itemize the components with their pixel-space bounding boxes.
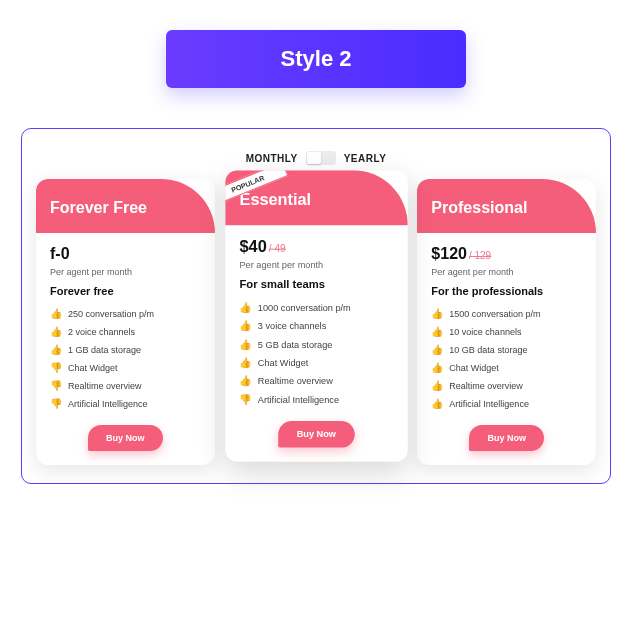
feature-item: 👍Chat Widget [431, 363, 582, 373]
thumb-down-icon: 👎 [50, 381, 62, 391]
feature-text: Chat Widget [258, 358, 309, 368]
feature-text: 3 voice channels [258, 321, 326, 331]
billing-toggle-row: MONTHLY YEARLY [36, 151, 596, 165]
feature-item: 👍2 voice channels [50, 327, 201, 337]
feature-text: 1 GB data storage [68, 345, 141, 355]
thumb-up-icon: 👍 [239, 303, 251, 313]
thumb-up-icon: 👍 [50, 327, 62, 337]
thumb-up-icon: 👍 [431, 309, 443, 319]
plan-card-essential: POPULAR Essential $40/ 49 Per agent per … [225, 170, 407, 462]
buy-row: Buy Now [50, 425, 201, 451]
feature-item: 👍Artificial Intelligence [431, 399, 582, 409]
thumb-down-icon: 👎 [239, 395, 251, 405]
price-value: $40 [239, 237, 266, 254]
feature-text: 10 GB data storage [449, 345, 527, 355]
thumb-down-icon: 👎 [50, 363, 62, 373]
buy-row: Buy Now [431, 425, 582, 451]
thumb-up-icon: 👍 [50, 345, 62, 355]
feature-text: Artificial Intelligence [258, 395, 339, 405]
feature-item: 👎Artificial Intelligence [239, 395, 393, 405]
buy-now-button[interactable]: Buy Now [469, 425, 544, 451]
feature-text: 2 voice channels [68, 327, 135, 337]
plan-price: f-0 [50, 245, 201, 263]
feature-item: 👎Artificial Intelligence [50, 399, 201, 409]
feature-text: Realtime overview [449, 381, 523, 391]
price-old: / 49 [268, 243, 285, 254]
price-value: $120 [431, 245, 467, 262]
price-old: / 129 [469, 250, 491, 261]
feature-item: 👍1 GB data storage [50, 345, 201, 355]
feature-item: 👍5 GB data storage [239, 339, 393, 349]
plan-tagline: For small teams [239, 278, 393, 290]
plan-tagline: For the professionals [431, 285, 582, 297]
plan-price: $40/ 49 [239, 237, 393, 255]
thumb-up-icon: 👍 [431, 381, 443, 391]
plan-body: $40/ 49 Per agent per month For small te… [225, 225, 407, 462]
feature-text: 1500 conversation p/m [449, 309, 540, 319]
buy-now-button[interactable]: Buy Now [278, 421, 354, 448]
feature-text: Artificial Intelligence [449, 399, 529, 409]
feature-text: 5 GB data storage [258, 339, 333, 349]
plan-header: Professional [417, 179, 596, 233]
feature-item: 👍3 voice channels [239, 321, 393, 331]
feature-item: 👍250 conversation p/m [50, 309, 201, 319]
plan-title: Essential [239, 191, 393, 209]
feature-item: 👎Chat Widget [50, 363, 201, 373]
price-sub: Per agent per month [239, 260, 393, 270]
plan-tagline: Forever free [50, 285, 201, 297]
plan-body: f-0 Per agent per month Forever free 👍25… [36, 233, 215, 465]
plan-title: Forever Free [50, 199, 201, 217]
thumb-up-icon: 👍 [239, 321, 251, 331]
feature-item: 👎Realtime overview [50, 381, 201, 391]
buy-now-button[interactable]: Buy Now [88, 425, 163, 451]
feature-item: 👍1500 conversation p/m [431, 309, 582, 319]
thumb-up-icon: 👍 [239, 376, 251, 386]
feature-text: Realtime overview [258, 376, 333, 386]
feature-text: 250 conversation p/m [68, 309, 154, 319]
toggle-knob [307, 152, 321, 164]
feature-text: 10 voice channels [449, 327, 521, 337]
pricing-cards: Forever Free f-0 Per agent per month For… [36, 179, 596, 465]
feature-list: 👍1500 conversation p/m 👍10 voice channel… [431, 309, 582, 409]
feature-text: Artificial Intelligence [68, 399, 148, 409]
feature-item: 👍10 voice channels [431, 327, 582, 337]
plan-body: $120/ 129 Per agent per month For the pr… [417, 233, 596, 465]
buy-row: Buy Now [239, 421, 393, 448]
thumb-up-icon: 👍 [431, 363, 443, 373]
toggle-label-monthly[interactable]: MONTHLY [246, 153, 298, 164]
price-value: f-0 [50, 245, 70, 262]
thumb-up-icon: 👍 [431, 345, 443, 355]
feature-text: Chat Widget [449, 363, 499, 373]
plan-card-professional: Professional $120/ 129 Per agent per mon… [417, 179, 596, 465]
thumb-up-icon: 👍 [431, 399, 443, 409]
style-badge: Style 2 [166, 30, 466, 88]
feature-item: 👍Chat Widget [239, 358, 393, 368]
plan-card-free: Forever Free f-0 Per agent per month For… [36, 179, 215, 465]
feature-item: 👍Realtime overview [431, 381, 582, 391]
thumb-down-icon: 👎 [50, 399, 62, 409]
feature-list: 👍1000 conversation p/m 👍3 voice channels… [239, 303, 393, 405]
feature-item: 👍1000 conversation p/m [239, 303, 393, 313]
feature-text: Chat Widget [68, 363, 118, 373]
plan-header: Forever Free [36, 179, 215, 233]
feature-text: 1000 conversation p/m [258, 303, 351, 313]
toggle-label-yearly[interactable]: YEARLY [344, 153, 387, 164]
plan-title: Professional [431, 199, 582, 217]
thumb-up-icon: 👍 [239, 339, 251, 349]
pricing-panel: MONTHLY YEARLY Forever Free f-0 Per agen… [21, 128, 611, 484]
plan-price: $120/ 129 [431, 245, 582, 263]
thumb-up-icon: 👍 [239, 358, 251, 368]
billing-toggle[interactable] [306, 151, 336, 165]
price-sub: Per agent per month [431, 267, 582, 277]
thumb-up-icon: 👍 [431, 327, 443, 337]
feature-item: 👍Realtime overview [239, 376, 393, 386]
feature-text: Realtime overview [68, 381, 142, 391]
feature-item: 👍10 GB data storage [431, 345, 582, 355]
price-sub: Per agent per month [50, 267, 201, 277]
feature-list: 👍250 conversation p/m 👍2 voice channels … [50, 309, 201, 409]
thumb-up-icon: 👍 [50, 309, 62, 319]
